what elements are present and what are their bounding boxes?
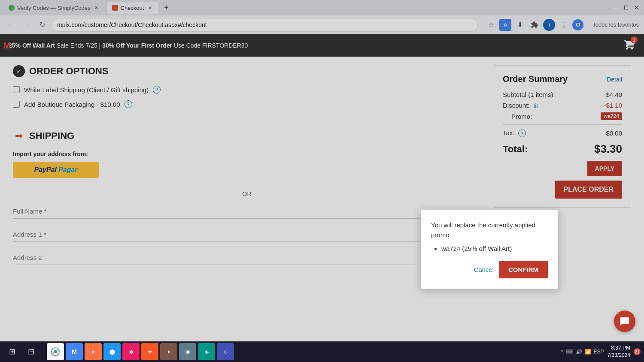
keyboard-icon: ⌨	[566, 349, 573, 355]
taskbar-app-4[interactable]: ◆	[122, 343, 140, 360]
task-view-button[interactable]: ⊟	[22, 343, 39, 360]
taskbar: ⊞ ⊟ M ● ⬤ ◆ ★ ♦ ◉ ◈ ◇ ^ ⌨ 🔊 📶 ESP	[0, 341, 644, 362]
speaker-icon[interactable]: 🔊	[576, 349, 582, 355]
taskbar-app-6[interactable]: ♦	[160, 343, 177, 360]
lang-indicator: ESP	[594, 349, 604, 355]
notification-count[interactable]: 21	[634, 348, 641, 355]
taskbar-app-9[interactable]: ◇	[217, 343, 234, 360]
dialog-message: You will replace the currently applied p…	[431, 220, 548, 240]
taskbar-app-5[interactable]: ★	[141, 343, 158, 360]
taskbar-right: ^ ⌨ 🔊 📶 ESP 8:37 PM 7/23/2024 21	[561, 344, 641, 359]
cancel-button[interactable]: Cancel	[474, 266, 494, 273]
time-display: 8:37 PM	[608, 344, 630, 352]
tray-arrow[interactable]: ^	[561, 349, 563, 355]
taskbar-app-1[interactable]: M	[66, 343, 83, 360]
taskbar-app-3[interactable]: ⬤	[103, 343, 121, 360]
date-display: 7/23/2024	[608, 352, 630, 359]
system-tray: ^ ⌨ 🔊 📶 ESP	[561, 349, 604, 355]
dialog-actions: Cancel CONFIRM	[431, 261, 548, 278]
confirm-button[interactable]: CONFIRM	[499, 261, 548, 278]
taskbar-clock: 8:37 PM 7/23/2024	[608, 344, 630, 359]
taskbar-app-7[interactable]: ◉	[179, 343, 196, 360]
chat-bubble[interactable]	[614, 311, 635, 332]
taskbar-chrome-icon[interactable]	[47, 343, 64, 360]
taskbar-separator	[43, 345, 43, 358]
dialog-list-item: wa724 (25% off Wall Art)	[441, 245, 548, 252]
dialog-overlay	[0, 0, 644, 362]
dialog-list: wa724 (25% off Wall Art)	[431, 245, 548, 252]
start-button[interactable]: ⊞	[3, 343, 21, 360]
taskbar-app-2[interactable]: ●	[85, 343, 102, 360]
confirm-dialog: You will replace the currently applied p…	[421, 210, 558, 289]
network-icon: 📶	[585, 349, 591, 355]
taskbar-app-8[interactable]: ◈	[198, 343, 215, 360]
